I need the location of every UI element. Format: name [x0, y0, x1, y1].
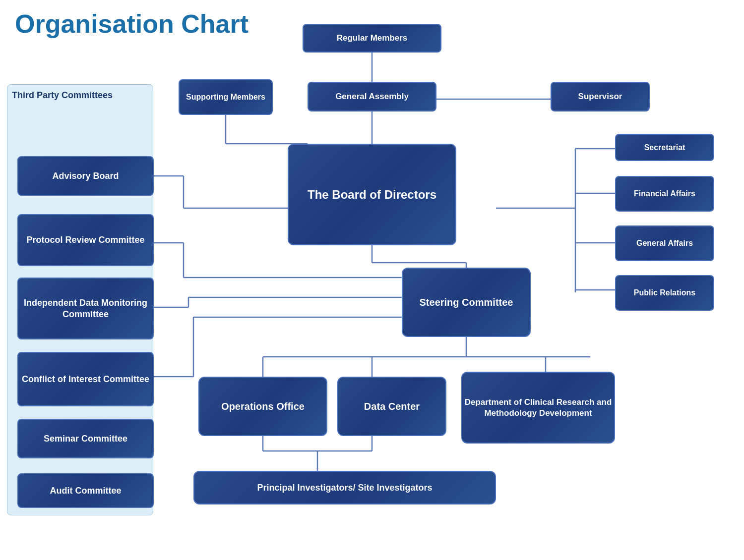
advisory-board-node[interactable]: Advisory Board: [17, 156, 154, 196]
operations-office-node[interactable]: Operations Office: [198, 377, 327, 436]
public-relations-node[interactable]: Public Relations: [615, 275, 714, 311]
general-affairs-node[interactable]: General Affairs: [615, 225, 714, 261]
data-center-node[interactable]: Data Center: [337, 377, 446, 436]
protocol-review-node[interactable]: Protocol Review Committee: [17, 214, 154, 266]
page-title: Organisation Chart: [15, 9, 248, 39]
conflict-interest-node[interactable]: Conflict of Interest Committee: [17, 352, 154, 406]
financial-affairs-node[interactable]: Financial Affairs: [615, 176, 714, 212]
dept-clinical-node[interactable]: Department of Clinical Research and Meth…: [461, 372, 615, 444]
board-of-directors-node[interactable]: The Board of Directors: [288, 144, 456, 245]
third-party-label: Third Party Committees: [12, 90, 113, 101]
steering-committee-node[interactable]: Steering Committee: [402, 268, 531, 337]
seminar-committee-node[interactable]: Seminar Committee: [17, 419, 154, 458]
principal-investigators-node[interactable]: Principal Investigators/ Site Investigat…: [193, 471, 496, 504]
independent-data-node[interactable]: Independent Data Monitoring Committee: [17, 278, 154, 339]
supporting-members-node[interactable]: Supporting Members: [179, 79, 273, 115]
secretariat-node[interactable]: Secretariat: [615, 134, 714, 161]
regular-members-node[interactable]: Regular Members: [303, 24, 441, 53]
supervisor-node[interactable]: Supervisor: [551, 82, 650, 112]
audit-committee-node[interactable]: Audit Committee: [17, 473, 154, 508]
general-assembly-node[interactable]: General Assembly: [308, 82, 436, 112]
